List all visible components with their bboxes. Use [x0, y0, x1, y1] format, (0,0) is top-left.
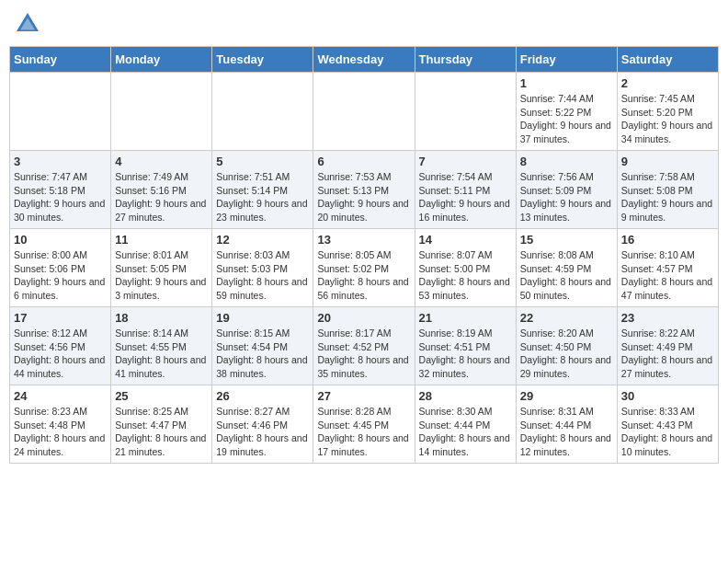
- day-number: 12: [216, 233, 309, 247]
- day-info: Sunrise: 8:01 AM Sunset: 5:05 PM Dayligh…: [115, 248, 208, 303]
- calendar-day-cell: 19Sunrise: 8:15 AM Sunset: 4:54 PM Dayli…: [212, 307, 313, 385]
- calendar-day-cell: 9Sunrise: 7:58 AM Sunset: 5:08 PM Daylig…: [617, 151, 718, 229]
- day-number: 25: [115, 389, 208, 403]
- day-number: 7: [419, 155, 512, 168]
- calendar-week-row: 17Sunrise: 8:12 AM Sunset: 4:56 PM Dayli…: [10, 307, 719, 385]
- calendar-day-cell: 10Sunrise: 8:00 AM Sunset: 5:06 PM Dayli…: [10, 229, 111, 307]
- calendar-day-cell: 25Sunrise: 8:25 AM Sunset: 4:47 PM Dayli…: [111, 385, 212, 464]
- day-of-week-header: Saturday: [617, 47, 718, 73]
- day-info: Sunrise: 8:15 AM Sunset: 4:54 PM Dayligh…: [216, 327, 309, 381]
- calendar-day-cell: 27Sunrise: 8:28 AM Sunset: 4:45 PM Dayli…: [313, 385, 415, 464]
- calendar-day-cell: 11Sunrise: 8:01 AM Sunset: 5:05 PM Dayli…: [111, 229, 212, 307]
- day-number: 11: [115, 233, 208, 247]
- logo: [13, 9, 46, 39]
- calendar-day-cell: 14Sunrise: 8:07 AM Sunset: 5:00 PM Dayli…: [415, 229, 516, 307]
- calendar-week-row: 3Sunrise: 7:47 AM Sunset: 5:18 PM Daylig…: [10, 151, 719, 229]
- day-number: 8: [520, 155, 613, 168]
- day-number: 22: [520, 311, 613, 325]
- day-number: 10: [14, 233, 107, 247]
- day-info: Sunrise: 8:10 AM Sunset: 4:57 PM Dayligh…: [621, 248, 714, 303]
- day-info: Sunrise: 8:30 AM Sunset: 4:44 PM Dayligh…: [419, 405, 512, 459]
- day-info: Sunrise: 7:44 AM Sunset: 5:22 PM Dayligh…: [520, 92, 613, 146]
- day-number: 1: [520, 76, 613, 90]
- day-number: 17: [14, 311, 107, 325]
- calendar-day-cell: 23Sunrise: 8:22 AM Sunset: 4:49 PM Dayli…: [617, 307, 718, 385]
- day-of-week-header: Sunday: [10, 47, 111, 73]
- calendar-day-cell: 13Sunrise: 8:05 AM Sunset: 5:02 PM Dayli…: [313, 229, 415, 307]
- day-info: Sunrise: 8:12 AM Sunset: 4:56 PM Dayligh…: [14, 327, 107, 381]
- day-number: 28: [419, 389, 512, 403]
- calendar-day-cell: 7Sunrise: 7:54 AM Sunset: 5:11 PM Daylig…: [415, 151, 516, 229]
- calendar-week-row: 24Sunrise: 8:23 AM Sunset: 4:48 PM Dayli…: [10, 385, 719, 464]
- day-number: 2: [621, 76, 714, 90]
- calendar-week-row: 10Sunrise: 8:00 AM Sunset: 5:06 PM Dayli…: [10, 229, 719, 307]
- calendar-body: 1Sunrise: 7:44 AM Sunset: 5:22 PM Daylig…: [10, 73, 719, 464]
- day-of-week-header: Friday: [516, 47, 617, 73]
- day-number: 15: [520, 233, 613, 247]
- calendar-day-cell: 22Sunrise: 8:20 AM Sunset: 4:50 PM Dayli…: [516, 307, 617, 385]
- day-number: 14: [419, 233, 512, 247]
- day-info: Sunrise: 8:27 AM Sunset: 4:46 PM Dayligh…: [216, 405, 309, 459]
- calendar-day-cell: 16Sunrise: 8:10 AM Sunset: 4:57 PM Dayli…: [617, 229, 718, 307]
- day-number: 5: [216, 155, 309, 168]
- day-info: Sunrise: 8:03 AM Sunset: 5:03 PM Dayligh…: [216, 248, 309, 303]
- day-number: 26: [216, 389, 309, 403]
- day-info: Sunrise: 7:51 AM Sunset: 5:14 PM Dayligh…: [216, 170, 309, 224]
- day-of-week-header: Wednesday: [313, 47, 415, 73]
- calendar-day-cell: 4Sunrise: 7:49 AM Sunset: 5:16 PM Daylig…: [111, 151, 212, 229]
- day-number: 29: [520, 389, 613, 403]
- calendar-day-cell: 21Sunrise: 8:19 AM Sunset: 4:51 PM Dayli…: [415, 307, 516, 385]
- day-of-week-header: Tuesday: [212, 47, 313, 73]
- calendar-day-cell: 5Sunrise: 7:51 AM Sunset: 5:14 PM Daylig…: [212, 151, 313, 229]
- day-info: Sunrise: 8:31 AM Sunset: 4:44 PM Dayligh…: [520, 405, 613, 459]
- calendar-day-cell: [313, 73, 415, 151]
- calendar-day-cell: [212, 73, 313, 151]
- day-number: 18: [115, 311, 208, 325]
- day-info: Sunrise: 8:28 AM Sunset: 4:45 PM Dayligh…: [317, 405, 410, 459]
- day-info: Sunrise: 8:23 AM Sunset: 4:48 PM Dayligh…: [14, 405, 107, 459]
- day-info: Sunrise: 8:33 AM Sunset: 4:43 PM Dayligh…: [621, 405, 714, 459]
- calendar-day-cell: [10, 73, 111, 151]
- calendar-day-cell: 17Sunrise: 8:12 AM Sunset: 4:56 PM Dayli…: [10, 307, 111, 385]
- day-number: 21: [419, 311, 512, 325]
- calendar-day-cell: 8Sunrise: 7:56 AM Sunset: 5:09 PM Daylig…: [516, 151, 617, 229]
- day-number: 19: [216, 311, 309, 325]
- calendar-day-cell: 29Sunrise: 8:31 AM Sunset: 4:44 PM Dayli…: [516, 385, 617, 464]
- logo-icon: [13, 9, 42, 39]
- day-number: 3: [14, 155, 107, 168]
- calendar-table: SundayMondayTuesdayWednesdayThursdayFrid…: [9, 46, 719, 464]
- day-info: Sunrise: 8:25 AM Sunset: 4:47 PM Dayligh…: [115, 405, 208, 459]
- day-info: Sunrise: 7:49 AM Sunset: 5:16 PM Dayligh…: [115, 170, 208, 224]
- day-info: Sunrise: 8:05 AM Sunset: 5:02 PM Dayligh…: [317, 248, 410, 303]
- day-info: Sunrise: 7:54 AM Sunset: 5:11 PM Dayligh…: [419, 170, 512, 224]
- day-info: Sunrise: 8:14 AM Sunset: 4:55 PM Dayligh…: [115, 327, 208, 381]
- calendar-day-cell: 20Sunrise: 8:17 AM Sunset: 4:52 PM Dayli…: [313, 307, 415, 385]
- day-info: Sunrise: 8:00 AM Sunset: 5:06 PM Dayligh…: [14, 248, 107, 303]
- day-number: 4: [115, 155, 208, 168]
- calendar-day-cell: 24Sunrise: 8:23 AM Sunset: 4:48 PM Dayli…: [10, 385, 111, 464]
- calendar-day-cell: 2Sunrise: 7:45 AM Sunset: 5:20 PM Daylig…: [617, 73, 718, 151]
- day-number: 9: [621, 155, 714, 168]
- day-number: 16: [621, 233, 714, 247]
- day-number: 23: [621, 311, 714, 325]
- day-info: Sunrise: 8:08 AM Sunset: 4:59 PM Dayligh…: [520, 248, 613, 303]
- day-number: 24: [14, 389, 107, 403]
- calendar-day-cell: 6Sunrise: 7:53 AM Sunset: 5:13 PM Daylig…: [313, 151, 415, 229]
- day-info: Sunrise: 7:58 AM Sunset: 5:08 PM Dayligh…: [621, 170, 714, 224]
- calendar-week-row: 1Sunrise: 7:44 AM Sunset: 5:22 PM Daylig…: [10, 73, 719, 151]
- calendar-day-cell: [111, 73, 212, 151]
- day-info: Sunrise: 7:53 AM Sunset: 5:13 PM Dayligh…: [317, 170, 410, 224]
- calendar-day-cell: 28Sunrise: 8:30 AM Sunset: 4:44 PM Dayli…: [415, 385, 516, 464]
- day-of-week-header: Monday: [111, 47, 212, 73]
- day-of-week-header: Thursday: [415, 47, 516, 73]
- calendar-day-cell: 3Sunrise: 7:47 AM Sunset: 5:18 PM Daylig…: [10, 151, 111, 229]
- day-number: 13: [317, 233, 410, 247]
- calendar-day-cell: 30Sunrise: 8:33 AM Sunset: 4:43 PM Dayli…: [617, 385, 718, 464]
- day-number: 6: [317, 155, 410, 168]
- calendar-day-cell: 1Sunrise: 7:44 AM Sunset: 5:22 PM Daylig…: [516, 73, 617, 151]
- calendar-day-cell: [415, 73, 516, 151]
- day-info: Sunrise: 7:56 AM Sunset: 5:09 PM Dayligh…: [520, 170, 613, 224]
- day-info: Sunrise: 8:17 AM Sunset: 4:52 PM Dayligh…: [317, 327, 410, 381]
- day-info: Sunrise: 7:47 AM Sunset: 5:18 PM Dayligh…: [14, 170, 107, 224]
- day-info: Sunrise: 7:45 AM Sunset: 5:20 PM Dayligh…: [621, 92, 714, 146]
